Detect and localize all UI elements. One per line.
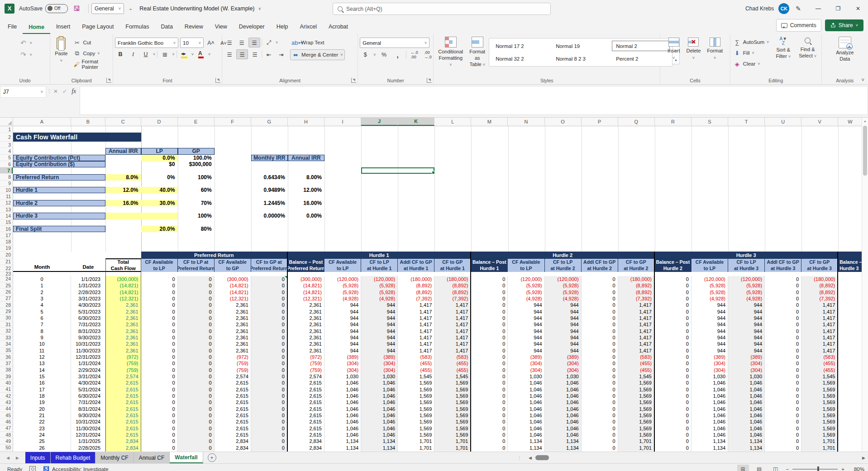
table-cell[interactable]: 944	[728, 308, 765, 314]
table-cell[interactable]: 1,569	[801, 380, 838, 386]
table-cell[interactable]: 1,569	[801, 425, 838, 432]
table-cell[interactable]: (5,928)	[361, 282, 398, 289]
table-cell[interactable]: 1,417	[434, 347, 471, 353]
table-cell[interactable]: 2,615	[105, 432, 141, 438]
zoom-track[interactable]	[792, 469, 838, 470]
param-lp-value[interactable]: 0.0%	[141, 155, 178, 161]
table-cell[interactable]: 1,417	[801, 328, 838, 334]
format-cells-button[interactable]: Format˅	[704, 36, 725, 62]
align-bottom-icon[interactable]: ☰	[248, 38, 260, 48]
table-cell[interactable]: 1,046	[361, 380, 398, 386]
table-cell[interactable]: 14	[13, 367, 71, 373]
table-cell[interactable]: 1,134	[361, 438, 398, 444]
row-header-47[interactable]: 47	[0, 425, 13, 432]
table-cell[interactable]: 2,361	[288, 328, 324, 334]
table-cell[interactable]: 1,569	[434, 419, 471, 425]
table-cell[interactable]	[838, 321, 863, 328]
column-header-P[interactable]: P	[582, 118, 618, 126]
table-cell[interactable]: 0	[251, 399, 288, 405]
table-cell[interactable]: 0	[178, 393, 215, 399]
table-cell[interactable]: 0	[765, 419, 801, 425]
table-cell[interactable]: 1,545	[618, 373, 655, 380]
table-cell[interactable]: (972)	[288, 354, 324, 360]
table-cell[interactable]: 0	[178, 367, 215, 373]
table-cell[interactable]: 0	[141, 347, 178, 353]
table-cell[interactable]: 1,046	[324, 432, 361, 438]
number-format-select[interactable]: General˅	[360, 38, 429, 48]
column-header-O[interactable]: O	[545, 118, 582, 126]
table-cell[interactable]: 6/30/2024	[71, 393, 105, 399]
table-cell[interactable]: 0	[251, 438, 288, 444]
table-cell[interactable]: 2,615	[105, 406, 141, 412]
insert-cells-button[interactable]: Insert˅	[665, 36, 683, 62]
table-cell[interactable]: 944	[361, 315, 398, 321]
table-cell[interactable]: 2,615	[288, 380, 324, 386]
table-cell[interactable]: 1,417	[618, 321, 655, 328]
row-header-29[interactable]: 29	[0, 308, 13, 314]
column-header-T[interactable]: T	[728, 118, 765, 126]
table-cell[interactable]: 0	[178, 282, 215, 289]
column-header-J[interactable]: J	[361, 118, 398, 126]
table-cell[interactable]: 1,569	[801, 419, 838, 425]
table-cell[interactable]: 1,417	[398, 302, 434, 308]
table-cell[interactable]: (8,892)	[801, 282, 838, 289]
table-cell[interactable]: 1,417	[801, 334, 838, 341]
table-cell[interactable]: 0	[765, 295, 801, 302]
table-cell[interactable]	[838, 438, 863, 444]
table-cell[interactable]: 0	[582, 360, 618, 366]
table-cell[interactable]: 0	[655, 406, 692, 412]
table-cell[interactable]: 944	[324, 308, 361, 314]
table-cell[interactable]: 1,417	[398, 315, 434, 321]
table-cell[interactable]: 1,030	[692, 373, 728, 380]
table-cell[interactable]: 944	[545, 347, 582, 353]
table-cell[interactable]: 944	[728, 334, 765, 341]
param-lp-value[interactable]: 30.0%	[141, 200, 178, 206]
table-cell[interactable]: 0	[582, 334, 618, 341]
table-cell[interactable]: 944	[508, 328, 544, 334]
table-cell[interactable]: 1,134	[508, 445, 544, 451]
table-cell[interactable]: 0	[178, 308, 215, 314]
table-cell[interactable]: 944	[692, 315, 728, 321]
table-cell[interactable]: 1,545	[398, 373, 434, 380]
table-cell[interactable]: 0	[141, 354, 178, 360]
row-header-32[interactable]: 32	[0, 328, 13, 334]
table-cell[interactable]: 1,134	[361, 445, 398, 451]
table-cell[interactable]: (583)	[801, 354, 838, 360]
table-cell[interactable]: 2,615	[288, 386, 324, 393]
table-cell[interactable]: 0	[655, 393, 692, 399]
table-cell[interactable]: 1,417	[801, 302, 838, 308]
table-cell[interactable]: 1,046	[508, 393, 544, 399]
table-cell[interactable]	[838, 367, 863, 373]
table-cell[interactable]: 1,046	[361, 432, 398, 438]
table-cell[interactable]: 11	[13, 347, 71, 353]
qat-number-format-select[interactable]: General ˅	[91, 3, 124, 14]
table-cell[interactable]: (120,000)	[508, 276, 544, 282]
table-cell[interactable]: 3/31/2023	[71, 295, 105, 302]
table-cell[interactable]: 12/31/2024	[71, 432, 105, 438]
table-cell[interactable]: 1,701	[434, 445, 471, 451]
table-cell[interactable]: 0	[471, 445, 508, 451]
table-cell[interactable]: 2,834	[215, 438, 251, 444]
table-cell[interactable]: 944	[324, 347, 361, 353]
row-header-24[interactable]: 24	[0, 276, 13, 282]
table-cell[interactable]: (12,321)	[215, 295, 251, 302]
table-cell[interactable]: 1,046	[508, 425, 544, 432]
param-annual-irr-input[interactable]: 8.0%	[105, 174, 141, 181]
column-header-E[interactable]: E	[178, 118, 215, 126]
table-cell[interactable]: 1,046	[508, 406, 544, 412]
table-cell[interactable]: 0	[251, 432, 288, 438]
table-cell[interactable]: 2,615	[215, 399, 251, 405]
cut-button[interactable]: ✂Cut	[72, 38, 111, 48]
table-cell[interactable]: (304)	[324, 360, 361, 366]
table-cell[interactable]: 24	[13, 432, 71, 438]
table-cell[interactable]	[838, 419, 863, 425]
table-cell[interactable]: 944	[545, 321, 582, 328]
table-cell[interactable]: 2,615	[215, 380, 251, 386]
table-cell[interactable]: 1,417	[618, 302, 655, 308]
table-cell[interactable]: 0	[765, 438, 801, 444]
table-cell[interactable]: 0	[765, 341, 801, 347]
table-cell[interactable]: 0	[141, 406, 178, 412]
table-cell[interactable]	[838, 406, 863, 412]
table-cell[interactable]: 0	[141, 373, 178, 380]
table-cell[interactable]: (14,821)	[215, 289, 251, 295]
